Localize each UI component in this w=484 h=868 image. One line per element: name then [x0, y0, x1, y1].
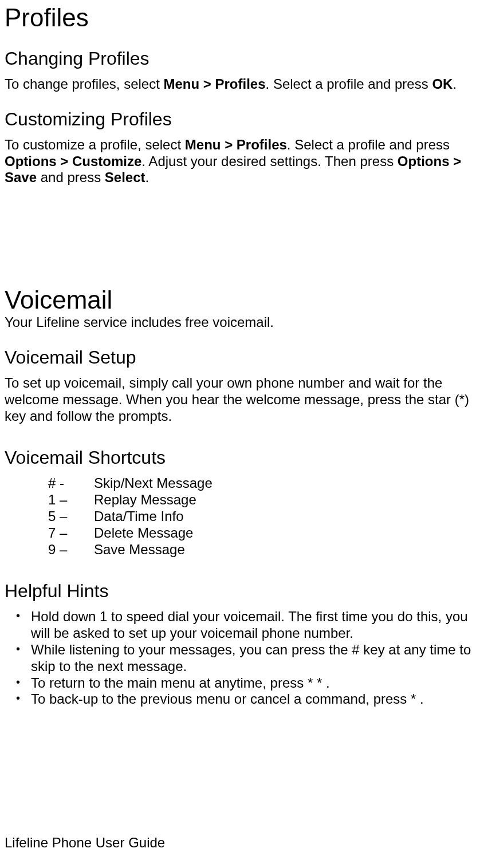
- customizing-profiles-title: Customizing Profiles: [5, 109, 479, 130]
- text-span: . Adjust your desired settings. Then pre…: [141, 153, 397, 169]
- text-span: To change profiles, select: [5, 76, 164, 92]
- helpful-hints-title: Helpful Hints: [5, 581, 479, 602]
- bold-text: Options > Customize: [5, 153, 141, 169]
- text-span: and press: [37, 169, 105, 185]
- profiles-title: Profiles: [5, 3, 479, 32]
- shortcut-desc: Data/Time Info: [94, 508, 184, 525]
- changing-profiles-text: To change profiles, select Menu > Profil…: [5, 76, 479, 93]
- shortcut-key: 9 –: [48, 542, 94, 558]
- voicemail-setup-title: Voicemail Setup: [5, 347, 479, 368]
- text-span: . Select a profile and press: [266, 76, 432, 92]
- voicemail-shortcuts-title: Voicemail Shortcuts: [5, 447, 479, 468]
- changing-profiles-title: Changing Profiles: [5, 48, 479, 69]
- shortcut-key: 5 –: [48, 508, 94, 525]
- bold-text: Menu > Profiles: [164, 76, 266, 92]
- hint-item: To back-up to the previous menu or cance…: [5, 691, 479, 708]
- shortcut-desc: Delete Message: [94, 525, 193, 542]
- shortcut-desc: Save Message: [94, 542, 185, 558]
- voicemail-intro: Your Lifeline service includes free voic…: [5, 314, 479, 331]
- voicemail-setup-text: To set up voicemail, simply call your ow…: [5, 375, 479, 424]
- section-gap: [5, 202, 479, 282]
- bold-text: OK: [432, 76, 452, 92]
- shortcuts-list: # - Skip/Next Message 1 – Replay Message…: [48, 475, 479, 558]
- shortcut-row: # - Skip/Next Message: [48, 475, 479, 492]
- customizing-profiles-text: To customize a profile, select Menu > Pr…: [5, 137, 479, 186]
- shortcut-desc: Skip/Next Message: [94, 475, 213, 492]
- shortcut-row: 1 – Replay Message: [48, 492, 479, 508]
- footer-text: Lifeline Phone User Guide: [5, 835, 165, 851]
- shortcut-row: 7 – Delete Message: [48, 525, 479, 542]
- voicemail-title: Voicemail: [5, 286, 479, 314]
- hint-item: To return to the main menu at anytime, p…: [5, 675, 479, 692]
- hint-item: Hold down 1 to speed dial your voicemail…: [5, 609, 479, 642]
- text-span: To customize a profile, select: [5, 137, 185, 152]
- hints-list: Hold down 1 to speed dial your voicemail…: [5, 609, 479, 708]
- text-span: .: [452, 76, 457, 92]
- shortcut-key: 1 –: [48, 492, 94, 508]
- shortcut-row: 5 – Data/Time Info: [48, 508, 479, 525]
- shortcut-key: 7 –: [48, 525, 94, 542]
- text-span: .: [145, 169, 149, 185]
- bold-text: Menu > Profiles: [185, 137, 287, 152]
- bold-text: Select: [105, 169, 145, 185]
- text-span: . Select a profile and press: [287, 137, 450, 152]
- shortcut-key: # -: [48, 475, 94, 492]
- hint-item: While listening to your messages, you ca…: [5, 642, 479, 675]
- shortcut-row: 9 – Save Message: [48, 542, 479, 558]
- shortcut-desc: Replay Message: [94, 492, 196, 508]
